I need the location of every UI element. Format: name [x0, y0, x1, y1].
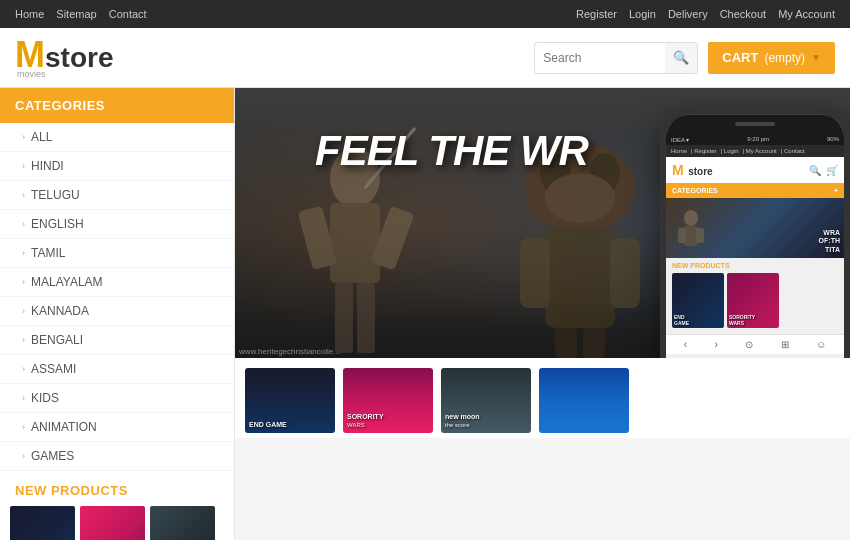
main-content: CATEGORIES › ALL › HINDI › TELUGU › ENGL…	[0, 88, 850, 540]
product-thumb-3[interactable]: newmoon	[150, 506, 215, 540]
chevron-right-icon: ›	[22, 219, 25, 229]
category-english[interactable]: › ENGLISH	[0, 210, 234, 239]
phone-grid-icon[interactable]: ⊞	[781, 339, 789, 350]
phone-battery: 90%	[827, 136, 839, 143]
movie-poster-2[interactable]: SORORITY WARS	[343, 368, 433, 433]
svg-rect-1	[330, 203, 380, 283]
chevron-right-icon: ›	[22, 393, 25, 403]
phone-time: 9:20 pm	[747, 136, 769, 143]
category-games[interactable]: › GAMES	[0, 442, 234, 471]
top-nav-left: Home Sitemap Contact	[15, 8, 147, 20]
nav-checkout[interactable]: Checkout	[720, 8, 766, 20]
site-header: M store movies 🔍 CART (empty) ▼	[0, 28, 850, 88]
phone-next-icon[interactable]: ›	[714, 339, 717, 350]
category-label: MALAYALAM	[31, 275, 103, 289]
category-all[interactable]: › ALL	[0, 123, 234, 152]
svg-rect-11	[545, 228, 615, 328]
phone-bottom-nav: ‹ › ⊙ ⊞ ☺	[666, 334, 844, 354]
phone-cart-icon[interactable]: 🛒	[826, 165, 838, 176]
phone-prev-icon[interactable]: ‹	[684, 339, 687, 350]
movie-poster-3[interactable]: new moon the score	[441, 368, 531, 433]
nav-register[interactable]: Register	[576, 8, 617, 20]
phone-product-text-2: SORORITYWARS	[729, 315, 755, 326]
phone-nav-myaccount: | My Account	[743, 148, 777, 154]
nav-home[interactable]: Home	[15, 8, 44, 20]
movie-poster-4[interactable]	[539, 368, 629, 433]
svg-rect-15	[583, 328, 605, 358]
category-label: TELUGU	[31, 188, 80, 202]
search-box[interactable]: 🔍	[534, 42, 698, 74]
category-kids[interactable]: › KIDS	[0, 384, 234, 413]
cart-button[interactable]: CART (empty) ▼	[708, 42, 835, 74]
sidebar: CATEGORIES › ALL › HINDI › TELUGU › ENGL…	[0, 88, 235, 540]
category-malayalam[interactable]: › MALAYALAM	[0, 268, 234, 297]
chevron-right-icon: ›	[22, 277, 25, 287]
phone-nav-contact: | Contact	[781, 148, 805, 154]
category-hindi[interactable]: › HINDI	[0, 152, 234, 181]
category-label: ASSAMI	[31, 362, 76, 376]
phone-categories-toggle[interactable]: +	[834, 187, 838, 194]
category-label: TAMIL	[31, 246, 65, 260]
svg-rect-13	[610, 238, 640, 308]
phone-new-products-label: NEW PRODUCTS	[666, 258, 844, 273]
svg-rect-4	[335, 283, 353, 353]
movie-poster-1[interactable]: END GAME	[245, 368, 335, 433]
category-label: KANNADA	[31, 304, 89, 318]
product-thumb-1[interactable]: ENDGAME	[10, 506, 75, 540]
product-thumb-2[interactable]: SORORITYWARS	[80, 506, 145, 540]
phone-nav-home: Home	[671, 148, 687, 154]
category-assami[interactable]: › ASSAMI	[0, 355, 234, 384]
nav-login[interactable]: Login	[629, 8, 656, 20]
movie-title-2: SORORITY WARS	[347, 413, 429, 429]
cart-label: CART	[722, 50, 758, 65]
phone-screen: IDEA ▾ 9:20 pm 90% Home | Register | Log…	[666, 134, 844, 358]
chevron-right-icon: ›	[22, 190, 25, 200]
movie-title-1: END GAME	[249, 421, 331, 429]
phone-user-icon[interactable]: ☺	[816, 339, 826, 350]
nav-myaccount[interactable]: My Account	[778, 8, 835, 20]
phone-speaker	[735, 122, 775, 126]
chevron-right-icon: ›	[22, 132, 25, 142]
phone-home-icon[interactable]: ⊙	[745, 339, 753, 350]
category-bengali[interactable]: › BENGALI	[0, 326, 234, 355]
top-nav-right: Register Login Delivery Checkout My Acco…	[576, 8, 835, 20]
phone-product-1[interactable]: ENDGAME	[672, 273, 724, 328]
svg-rect-19	[696, 228, 704, 243]
categories-header: CATEGORIES	[0, 88, 234, 123]
chevron-right-icon: ›	[22, 306, 25, 316]
phone-search-icon[interactable]: 🔍	[809, 165, 821, 176]
phone-product-row: ENDGAME SORORITYWARS	[666, 273, 844, 328]
chevron-right-icon: ›	[22, 248, 25, 258]
logo-m: M	[15, 37, 45, 73]
cart-dropdown-arrow: ▼	[811, 52, 821, 63]
nav-delivery[interactable]: Delivery	[668, 8, 708, 20]
phone-categories-bar: CATEGORIES +	[666, 183, 844, 198]
nav-contact[interactable]: Contact	[109, 8, 147, 20]
nav-sitemap[interactable]: Sitemap	[56, 8, 96, 20]
phone-carrier: IDEA ▾	[671, 136, 689, 143]
phone-logo-m: M	[672, 162, 684, 178]
svg-point-16	[684, 210, 698, 226]
category-tamil[interactable]: › TAMIL	[0, 239, 234, 268]
phone-nav-login: | Login	[721, 148, 739, 154]
phone-frame: IDEA ▾ 9:20 pm 90% Home | Register | Log…	[660, 108, 850, 358]
phone-logo: M store	[672, 161, 713, 179]
hero-banner: FEEL THE WR WRA OF·TH TITA www.heritegec…	[235, 88, 850, 358]
phone-banner-figure	[671, 208, 711, 258]
search-button[interactable]: 🔍	[665, 43, 697, 73]
phone-product-2[interactable]: SORORITYWARS	[727, 273, 779, 328]
phone-banner-text: WRA OF:TH TITA	[819, 229, 840, 254]
phone-nav-register: | Register	[691, 148, 717, 154]
phone-nav: Home | Register | Login | My Account | C…	[666, 145, 844, 157]
category-telugu[interactable]: › TELUGU	[0, 181, 234, 210]
category-label: ANIMATION	[31, 420, 97, 434]
phone-logo-store: store	[688, 166, 712, 177]
svg-rect-18	[678, 228, 686, 243]
category-kannada[interactable]: › KANNADA	[0, 297, 234, 326]
search-input[interactable]	[535, 51, 665, 65]
category-animation[interactable]: › ANIMATION	[0, 413, 234, 442]
category-label: KIDS	[31, 391, 59, 405]
svg-rect-12	[520, 238, 550, 308]
phone-mockup: IDEA ▾ 9:20 pm 90% Home | Register | Log…	[660, 108, 850, 358]
top-navigation: Home Sitemap Contact Register Login Deli…	[0, 0, 850, 28]
